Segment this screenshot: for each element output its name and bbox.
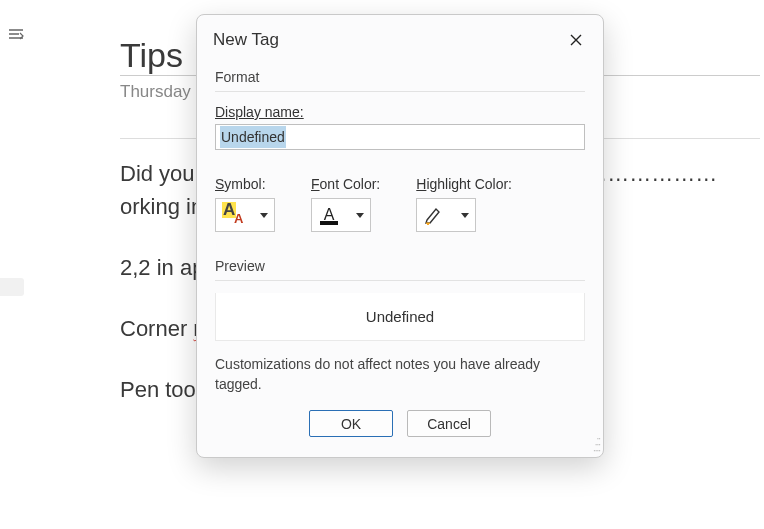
dialog-title: New Tag bbox=[213, 30, 279, 50]
symbol-label: Symbol: bbox=[215, 176, 275, 192]
highlight-color-label: Highlight Color: bbox=[416, 176, 512, 192]
preview-box: Undefined bbox=[215, 293, 585, 341]
symbol-picker[interactable]: AA bbox=[215, 198, 275, 232]
cancel-button[interactable]: Cancel bbox=[407, 410, 491, 437]
font-color-picker[interactable]: A bbox=[311, 198, 371, 232]
chevron-down-icon bbox=[461, 213, 469, 218]
highlighter-icon bbox=[423, 205, 445, 225]
close-button[interactable] bbox=[565, 29, 587, 51]
new-tag-dialog: New Tag Format Display name: Undefined S… bbox=[196, 14, 604, 458]
display-name-label: Display name: bbox=[215, 104, 585, 120]
view-options-icon[interactable] bbox=[8, 28, 24, 46]
preview-value: Undefined bbox=[366, 308, 434, 325]
format-section-label: Format bbox=[215, 61, 585, 92]
symbol-icon: AA bbox=[222, 204, 248, 226]
ok-button[interactable]: OK bbox=[309, 410, 393, 437]
preview-section-label: Preview bbox=[215, 250, 585, 281]
chevron-down-icon bbox=[356, 213, 364, 218]
font-color-label: Font Color: bbox=[311, 176, 380, 192]
chevron-down-icon bbox=[260, 213, 268, 218]
font-color-icon: A bbox=[318, 204, 340, 226]
close-icon bbox=[569, 33, 583, 47]
display-name-value: Undefined bbox=[220, 126, 286, 148]
customization-note: Customizations do not affect notes you h… bbox=[215, 355, 585, 394]
display-name-input[interactable]: Undefined bbox=[215, 124, 585, 150]
panel-handle[interactable] bbox=[0, 278, 24, 296]
resize-grip[interactable]: ········· bbox=[593, 436, 600, 454]
highlight-color-picker[interactable] bbox=[416, 198, 476, 232]
